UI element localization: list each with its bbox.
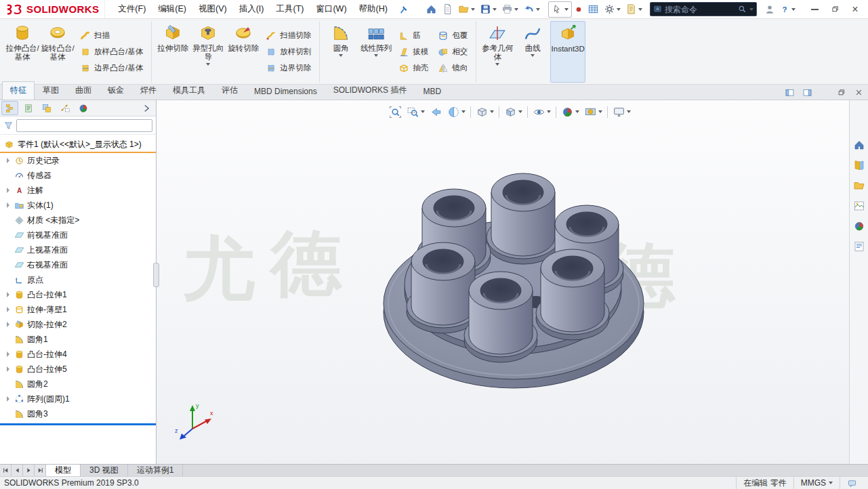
solidworks-resources-button[interactable] [852,137,867,152]
extrude-boss-button[interactable]: 拉伸凸台/基体 [5,21,40,83]
pin-menu-button[interactable] [396,2,411,17]
tree-item-thin-extrude1[interactable]: 拉伸-薄壁1 [0,302,156,317]
tab-motion-study1[interactable]: 运动算例1 [128,465,184,476]
loft-boss-button[interactable]: 放样凸台/基体 [77,44,146,60]
section-view-button[interactable] [445,104,468,120]
expand-arrow[interactable] [5,157,12,164]
tree-item-boss-extrude1[interactable]: 凸台-拉伸1 [0,287,156,302]
tab-sketch[interactable]: 草图 [35,81,67,100]
edit-appearance-button[interactable] [559,104,581,120]
previous-view-button[interactable] [428,104,445,120]
view-palette-button[interactable] [852,198,867,213]
command-search-box[interactable]: A [650,2,757,16]
options-button[interactable] [602,1,623,18]
home-button[interactable] [423,1,439,18]
view-orientation-button[interactable] [474,104,496,120]
fillet-button[interactable]: 圆角 [323,21,358,83]
tab-mbd-dimensions[interactable]: MBD Dimensions [246,83,325,100]
tab-surfaces[interactable]: 曲面 [67,81,100,100]
menu-window[interactable]: 窗口(W) [310,0,352,18]
boundary-boss-button[interactable]: 边界凸台/基体 [77,60,146,76]
tree-root-item[interactable]: 零件1 (默认<<默认>_显示状态 1>) [0,137,156,152]
revolve-cut-button[interactable]: 旋转切除 [226,21,261,83]
minimize-button[interactable] [804,1,825,18]
print-button[interactable] [499,1,520,18]
menu-tools[interactable]: 工具(T) [270,0,310,18]
expand-arrow[interactable] [5,366,12,373]
undo-button[interactable] [521,1,542,18]
featuremanager-tab[interactable] [1,101,18,115]
tree-item-top-plane[interactable]: 上视基准面 [0,242,156,257]
instant3d-button[interactable]: Instant3D [550,21,585,83]
tree-item-right-plane[interactable]: 右视基准面 [0,257,156,272]
rollback-bar[interactable] [0,423,156,425]
model-canvas[interactable] [157,100,849,464]
menu-file[interactable]: 文件(F) [112,0,152,18]
curves-button[interactable]: 曲线 [515,21,550,83]
panel-splitter-handle[interactable] [153,263,159,287]
panel-expand-button[interactable] [138,101,154,115]
tree-item-annotations[interactable]: A注解 [0,183,156,198]
new-document-button[interactable] [440,1,455,18]
tree-item-fillet3[interactable]: 圆角3 [0,406,156,421]
tree-item-fillet1[interactable]: 圆角1 [0,332,156,347]
expand-arrow[interactable] [5,291,12,298]
pane-right-button[interactable] [800,86,814,98]
tree-item-history[interactable]: 历史记录 [0,153,156,168]
expand-arrow[interactable] [5,187,12,194]
previous-tab-button[interactable] [12,465,23,476]
pane-left-button[interactable] [783,86,796,98]
zoom-to-fit-button[interactable] [387,104,404,120]
doc-restore-button[interactable] [834,86,848,98]
search-input[interactable] [665,5,735,14]
tab-weldments[interactable]: 焊件 [132,81,165,100]
shell-button[interactable]: 抽壳 [395,60,432,76]
sweep-boss-button[interactable]: 扫描 [77,28,146,43]
linear-pattern-button[interactable]: 线性阵列 [358,21,394,83]
menu-insert[interactable]: 插入(I) [233,0,270,18]
tree-item-boss-extrude4[interactable]: 凸台-拉伸4 [0,347,156,362]
revolve-boss-button[interactable]: 旋转凸台/基体 [40,21,75,83]
expand-arrow[interactable] [5,396,12,402]
expand-arrow[interactable] [5,321,12,328]
tree-item-cut-extrude2[interactable]: 切除-拉伸2 [0,317,156,332]
doc-close-button[interactable] [852,86,865,98]
first-tab-button[interactable] [0,465,12,476]
file-properties-button[interactable] [623,1,644,18]
draft-button[interactable]: 拔模 [395,44,432,60]
tab-model[interactable]: 模型 [46,465,81,476]
file-explorer-button[interactable] [852,178,867,193]
tree-item-boss-extrude5[interactable]: 凸台-拉伸5 [0,362,156,377]
tree-item-circular-pattern1[interactable]: 阵列(圆周)1 [0,391,156,406]
sweep-cut-button[interactable]: 扫描切除 [262,28,314,43]
tree-item-fillet2[interactable]: 圆角2 [0,377,156,391]
tab-mbd[interactable]: MBD [415,83,449,100]
appearances-scenes-button[interactable] [852,219,867,234]
hide-show-items-button[interactable] [531,104,553,120]
intersect-button[interactable]: 相交 [434,44,471,60]
units-selector[interactable]: MMGS [793,477,840,489]
open-button[interactable] [456,1,477,18]
tab-evaluate[interactable]: 评估 [213,81,246,100]
expand-arrow[interactable] [5,351,12,358]
menu-help[interactable]: 帮助(H) [353,0,394,18]
mirror-button[interactable]: 镜向 [434,60,471,76]
view-settings-button[interactable] [611,104,633,120]
tree-item-material[interactable]: 材质 <未指定> [0,213,156,228]
select-tool-button[interactable] [548,1,572,18]
expand-arrow[interactable] [5,306,12,313]
custom-properties-button[interactable] [852,239,867,254]
tab-3d-views[interactable]: 3D 视图 [81,465,128,476]
help-button[interactable]: ? [777,1,798,18]
displaymanager-tab[interactable] [75,101,91,115]
loft-cut-button[interactable]: 放样切割 [262,44,314,60]
next-tab-button[interactable] [23,465,35,476]
status-tag-button[interactable] [840,477,864,489]
configurationmanager-tab[interactable] [38,101,55,115]
tab-solidworks-addins[interactable]: SOLIDWORKS 插件 [325,81,415,100]
apply-scene-button[interactable] [582,104,604,120]
evaluate-table-button[interactable] [585,1,601,18]
propertymanager-tab[interactable] [20,101,37,115]
rib-button[interactable]: 筋 [395,28,432,43]
menu-edit[interactable]: 编辑(E) [152,0,192,18]
